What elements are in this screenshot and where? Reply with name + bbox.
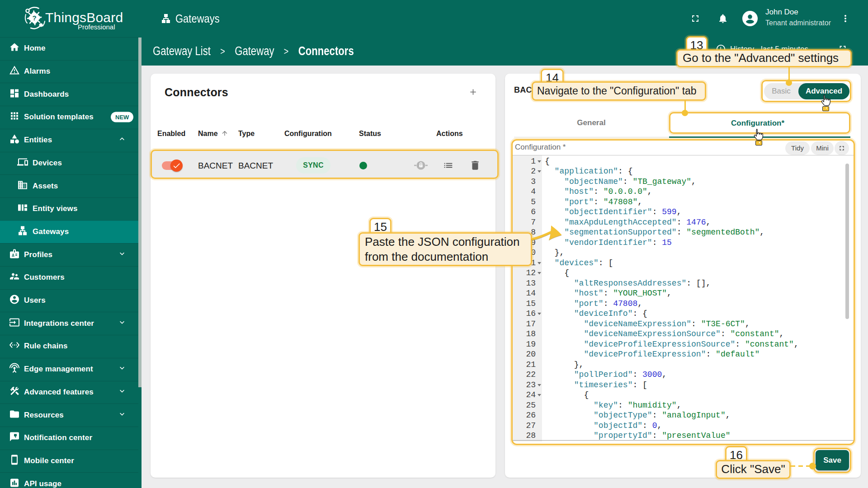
svg-text:?: ? bbox=[32, 14, 36, 22]
